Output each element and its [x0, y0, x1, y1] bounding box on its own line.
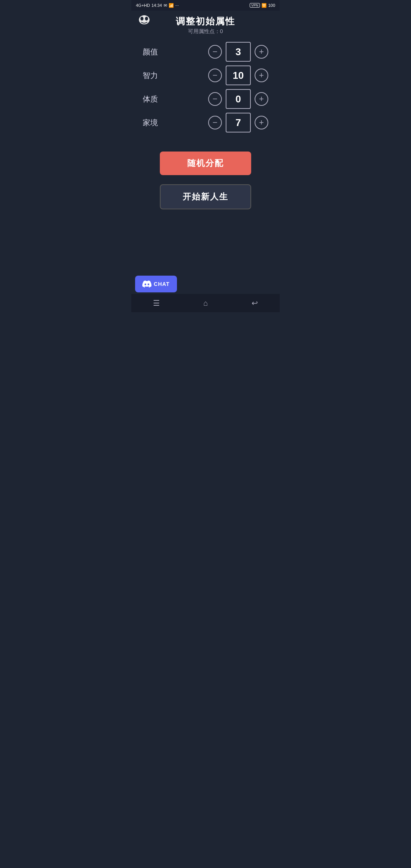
family-value: 7: [226, 113, 251, 132]
attr-row-family: 家境 − 7 +: [143, 113, 268, 132]
constitution-increase-button[interactable]: +: [255, 92, 268, 106]
appearance-decrease-button[interactable]: −: [208, 45, 222, 59]
intelligence-decrease-button[interactable]: −: [208, 69, 222, 82]
status-right: VPN 🛜 100: [250, 3, 275, 8]
constitution-decrease-button[interactable]: −: [208, 92, 222, 106]
discord-icon: [142, 279, 151, 289]
time-display: 14:34: [151, 3, 162, 8]
attr-label-appearance: 颜值: [143, 47, 169, 57]
page-title: 调整初始属性: [176, 15, 235, 27]
attr-label-constitution: 体质: [143, 94, 169, 104]
random-assign-button[interactable]: 随机分配: [160, 152, 251, 175]
more-icon: ···: [175, 3, 179, 8]
bottom-nav-bar: ☰ ⌂ ↩: [131, 294, 280, 312]
signal-icon: 📶: [169, 3, 174, 8]
attr-controls-appearance: − 3 +: [208, 42, 268, 62]
start-new-life-button[interactable]: 开始新人生: [160, 184, 251, 209]
home-nav-button[interactable]: ⌂: [203, 299, 208, 308]
page-header: 调整初始属性 可用属性点：0: [131, 11, 280, 38]
app-logo: [136, 14, 153, 30]
appearance-value: 3: [226, 42, 251, 62]
menu-nav-button[interactable]: ☰: [153, 298, 160, 308]
vpn-badge: VPN: [250, 3, 260, 8]
attr-row-intelligence: 智力 − 10 +: [143, 65, 268, 85]
battery-icon: 100: [268, 3, 275, 8]
back-nav-button[interactable]: ↩: [252, 298, 258, 308]
mail-icon: ✉: [164, 3, 167, 8]
intelligence-increase-button[interactable]: +: [255, 69, 268, 82]
attr-row-constitution: 体质 − 0 +: [143, 89, 268, 109]
appearance-increase-button[interactable]: +: [255, 45, 268, 59]
attr-label-family: 家境: [143, 118, 169, 128]
status-left: 4G+HD 14:34 ✉ 📶 ···: [136, 3, 179, 8]
constitution-value: 0: [226, 89, 251, 109]
network-indicator: 4G+HD: [136, 3, 150, 8]
available-points: 可用属性点：0: [188, 28, 223, 35]
attr-controls-intelligence: − 10 +: [208, 65, 268, 85]
svg-point-3: [145, 17, 148, 21]
family-increase-button[interactable]: +: [255, 116, 268, 129]
attr-controls-family: − 7 +: [208, 113, 268, 132]
intelligence-value: 10: [226, 65, 251, 85]
attr-row-appearance: 颜值 − 3 +: [143, 42, 268, 62]
chat-label: CHAT: [154, 281, 170, 287]
attr-label-intelligence: 智力: [143, 70, 169, 81]
family-decrease-button[interactable]: −: [208, 116, 222, 129]
wifi-icon: 🛜: [261, 3, 267, 8]
chat-button[interactable]: CHAT: [135, 276, 177, 292]
attr-controls-constitution: − 0 +: [208, 89, 268, 109]
attributes-section: 颜值 − 3 + 智力 − 10 + 体质 − 0 + 家境 − 7 +: [131, 38, 280, 136]
svg-point-2: [140, 17, 143, 21]
status-bar: 4G+HD 14:34 ✉ 📶 ··· VPN 🛜 100: [131, 0, 280, 11]
